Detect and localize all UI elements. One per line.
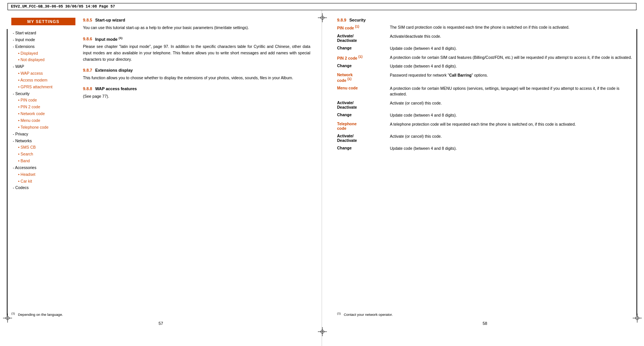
sidebar-item-input-mode[interactable]: Input mode xyxy=(13,37,75,43)
row-activate3: Activate/Deactivate Activate (or cancel)… xyxy=(337,134,633,143)
term-change1: Change xyxy=(337,46,390,50)
term-change2: Change xyxy=(337,63,390,68)
term-activate3: Activate/Deactivate xyxy=(337,134,390,143)
section-987: 9.8.7 Extensions display This function a… xyxy=(83,68,310,81)
row-menu-code: Menu code A protection code for certain … xyxy=(337,86,633,98)
right-border-line xyxy=(636,29,637,316)
section-985-body: You can use this tutorial start-up as a … xyxy=(83,25,310,31)
term-activate1: Activate/Deactivate xyxy=(337,34,390,43)
page-left: MY SETTINGS Start wizard Input mode Exte… xyxy=(8,10,322,346)
row-network-code: Networkcode (1) Password requested for n… xyxy=(337,72,633,83)
row-activate2: Activate/Deactivate Activate (or cancel)… xyxy=(337,100,633,109)
term-pin2-code: PIN 2 code (1) xyxy=(337,55,390,60)
section-987-title: Extensions display xyxy=(95,68,133,72)
crosshair-right xyxy=(633,314,641,322)
sidebar-item-displayed[interactable]: Displayed xyxy=(18,50,75,57)
row-telephone-code: Telephonecode A telephone protection cod… xyxy=(337,121,633,131)
def-activate1: Activate/deactivate this code. xyxy=(390,34,633,40)
security-table: PIN code (1) The SIM card protection cod… xyxy=(337,25,633,152)
section-988-body: (See page 77). xyxy=(83,93,310,100)
sidebar-item-gprs[interactable]: GPRS attachment xyxy=(18,84,75,91)
section-988-title: WAP access features xyxy=(95,86,136,91)
def-network-code: Password requested for network "Call Bar… xyxy=(390,72,633,78)
row-change2: Change Update code (between 4 and 8 digi… xyxy=(337,63,633,69)
sidebar-item-headset[interactable]: Headset xyxy=(18,171,75,178)
section-987-num: 9.8.7 xyxy=(83,68,92,72)
section-988: 9.8.8 WAP access features (See page 77). xyxy=(83,86,310,100)
section-985-title: Start-up wizard xyxy=(95,18,125,22)
crosshair-left xyxy=(3,314,11,322)
sidebar-item-network-code[interactable]: Network code xyxy=(18,111,75,117)
def-change4: Update code (between 4 and 8 digits). xyxy=(390,146,633,152)
sidebar-title: MY SETTINGS xyxy=(11,18,75,25)
section-986-title: Input mode (1) xyxy=(95,36,122,42)
sidebar-item-pin-code[interactable]: PIN code xyxy=(18,97,75,104)
row-change3: Change Update code (between 4 and 8 digi… xyxy=(337,112,633,118)
section-987-body: This function allows you to choose wheth… xyxy=(83,75,310,81)
def-activate2: Activate (or cancel) this code. xyxy=(390,100,633,106)
left-page-number: 57 xyxy=(11,318,310,327)
sidebar-item-codecs[interactable]: Codecs xyxy=(13,185,75,191)
row-change4: Change Update code (between 4 and 8 digi… xyxy=(337,146,633,152)
section-986-num: 9.8.6 xyxy=(83,37,92,41)
row-pin-code: PIN code (1) The SIM card protection cod… xyxy=(337,25,633,31)
sidebar-item-access-modem[interactable]: Access modem xyxy=(18,77,75,84)
section-986-body: Please see chapter "latin input mode", p… xyxy=(83,43,310,62)
term-telephone-code: Telephonecode xyxy=(337,121,390,131)
def-activate3: Activate (or cancel) this code. xyxy=(390,134,633,140)
sidebar-item-sms-cb[interactable]: SMS CB xyxy=(18,144,75,151)
sidebar-item-extensions[interactable]: Extensions xyxy=(13,43,75,50)
def-change3: Update code (between 4 and 8 digits). xyxy=(390,112,633,118)
sidebar-item-band[interactable]: Band xyxy=(18,158,75,165)
section-986: 9.8.6 Input mode (1) Please see chapter … xyxy=(83,36,310,63)
term-pin-code: PIN code (1) xyxy=(337,25,390,30)
crosshair-bottom xyxy=(318,327,326,335)
sidebar-item-not-displayed[interactable]: Not displayed xyxy=(18,57,75,63)
def-pin2-code: A protection code for certain SIM card f… xyxy=(390,55,633,61)
right-footnote: (1) Contact your network operator. xyxy=(337,309,633,318)
term-change4: Change xyxy=(337,146,390,150)
section-985: 9.8.5 Start-up wizard You can use this t… xyxy=(83,18,310,31)
row-activate1: Activate/Deactivate Activate/deactivate … xyxy=(337,34,633,43)
sidebar-menu: Start wizard Input mode Extensions Displ… xyxy=(11,30,75,191)
row-change1: Change Update code (between 4 and 8 digi… xyxy=(337,46,633,52)
sidebar-item-wap-access[interactable]: WAP access xyxy=(18,70,75,77)
right-page-number: 58 xyxy=(337,318,633,327)
section-988-num: 9.8.8 xyxy=(83,86,92,91)
term-activate2: Activate/Deactivate xyxy=(337,100,390,109)
def-menu-code: A protection code for certain MENU optio… xyxy=(390,86,633,98)
sidebar-item-privacy[interactable]: Privacy xyxy=(13,131,75,138)
term-network-code: Networkcode (1) xyxy=(337,72,390,83)
sidebar-item-menu-code[interactable]: Menu code xyxy=(18,117,75,124)
left-footnote: (1) Depending on the language. xyxy=(11,309,310,318)
left-content: 9.8.5 Start-up wizard You can use this t… xyxy=(83,18,310,99)
section-989: 9.8.9 Security PIN code (1) The SIM card… xyxy=(337,18,633,152)
def-change2: Update code (between 4 and 8 digits). xyxy=(390,63,633,69)
section-985-num: 9.8.5 xyxy=(83,18,92,22)
term-change3: Change xyxy=(337,112,390,117)
sidebar-item-search[interactable]: Search xyxy=(18,151,75,158)
page-right: 9.8.9 Security PIN code (1) The SIM card… xyxy=(322,10,636,346)
header-bar: E5V2_UM_FCC-GB_30-06-05 30/06/05 14:08 P… xyxy=(8,3,636,10)
term-menu-code: Menu code xyxy=(337,86,390,90)
section-989-title: Security xyxy=(349,18,365,22)
def-telephone-code: A telephone protection code will be requ… xyxy=(390,121,633,128)
section-989-num: 9.8.9 xyxy=(337,18,346,22)
sidebar-item-networks[interactable]: Networks xyxy=(13,138,75,145)
sidebar-item-wap[interactable]: WAP xyxy=(13,63,75,70)
sidebar-item-pin2-code[interactable]: PIN 2 code xyxy=(18,104,75,111)
sidebar-item-security[interactable]: Security xyxy=(13,91,75,97)
sidebar-item-accessories[interactable]: Accessories xyxy=(13,165,75,171)
row-pin2-code: PIN 2 code (1) A protection code for cer… xyxy=(337,55,633,61)
def-change1: Update code (between 4 and 8 digits). xyxy=(390,46,633,52)
def-pin-code: The SIM card protection code is requeste… xyxy=(390,25,633,31)
sidebar-item-telephone-code[interactable]: Telephone code xyxy=(18,124,75,131)
sidebar-item-start-wizard[interactable]: Start wizard xyxy=(13,30,75,37)
sidebar-item-car-kit[interactable]: Car kit xyxy=(18,178,75,185)
header-text: E5V2_UM_FCC-GB_30-06-05 30/06/05 14:08 P… xyxy=(11,5,115,9)
